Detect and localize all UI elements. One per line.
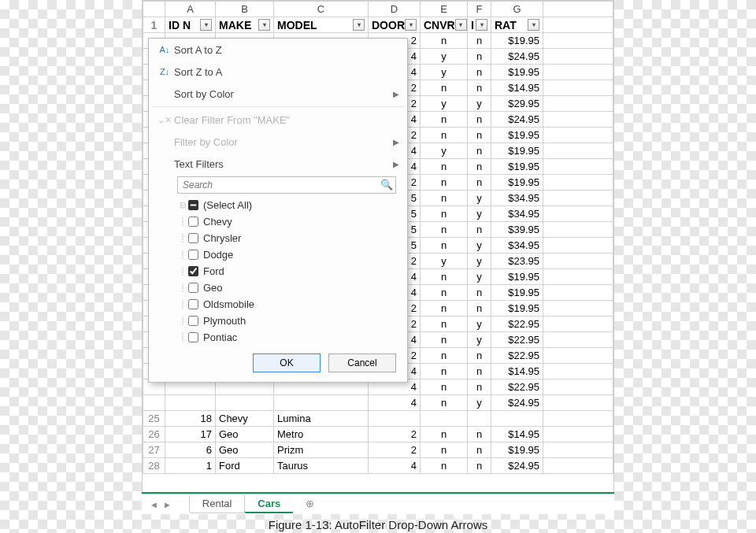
cell[interactable]: n — [421, 364, 468, 379]
filter-item[interactable]: ┊Chrysler — [177, 230, 396, 246]
cell[interactable]: $34.95 — [491, 238, 543, 254]
cell[interactable]: 1 — [165, 458, 216, 474]
cell[interactable]: Ford — [216, 458, 274, 474]
filter-header-rat[interactable]: RAT▾ — [491, 17, 543, 33]
row-header[interactable]: 28 — [143, 458, 165, 474]
filter-item[interactable]: ┊Plymouth — [177, 313, 396, 329]
cell[interactable]: $34.95 — [491, 206, 543, 222]
filter-button-b[interactable]: ▾ — [258, 19, 270, 31]
col-header-f[interactable]: F — [468, 2, 491, 17]
select-all-row[interactable]: ⊟ (Select All) — [177, 197, 396, 213]
filter-button-g[interactable]: ▾ — [528, 19, 539, 31]
tab-nav-prev[interactable]: ◄ — [150, 500, 158, 509]
cell[interactable]: n — [468, 143, 491, 159]
cell[interactable]: n — [421, 458, 468, 474]
tab-nav-next[interactable]: ► — [163, 500, 172, 509]
cell[interactable]: Lumina — [274, 411, 369, 427]
col-header-b[interactable]: B — [216, 2, 274, 17]
cell[interactable]: n — [468, 348, 491, 364]
filter-button-c[interactable]: ▾ — [353, 19, 365, 31]
cell[interactable]: $22.95 — [491, 379, 543, 395]
cell[interactable]: n — [468, 33, 491, 49]
cell[interactable]: Geo — [216, 442, 274, 458]
tab-rental[interactable]: Rental — [189, 495, 246, 513]
cell[interactable]: n — [421, 427, 468, 442]
cell[interactable]: n — [468, 49, 491, 65]
cell[interactable] — [468, 411, 491, 427]
filter-item-checkbox[interactable] — [188, 233, 198, 243]
cell[interactable]: n — [421, 442, 468, 458]
cell[interactable]: $39.95 — [491, 222, 543, 238]
cell[interactable]: $19.95 — [491, 285, 543, 301]
cell[interactable] — [491, 411, 543, 427]
filter-button-e[interactable]: ▾ — [455, 19, 467, 31]
filter-header-door[interactable]: DOOR▾ — [369, 17, 421, 33]
cell[interactable]: $14.95 — [491, 364, 543, 379]
filter-item-checkbox[interactable] — [188, 299, 198, 309]
cell[interactable]: n — [421, 191, 468, 206]
cell[interactable]: n — [421, 379, 468, 395]
cell[interactable]: n — [421, 332, 468, 348]
cell[interactable]: y — [468, 254, 491, 269]
cell[interactable]: y — [468, 191, 491, 206]
cell[interactable]: $14.95 — [491, 427, 543, 442]
cell[interactable]: Taurus — [274, 458, 369, 474]
filter-item-checkbox[interactable] — [188, 250, 198, 260]
cell[interactable]: $19.95 — [491, 442, 543, 458]
col-header-c[interactable]: C — [274, 2, 369, 17]
cell[interactable]: 17 — [165, 427, 216, 442]
cell[interactable]: n — [421, 33, 468, 49]
ok-button[interactable]: OK — [253, 353, 321, 372]
tab-add[interactable]: ⊕ — [293, 495, 318, 513]
cell[interactable]: $24.95 — [491, 395, 543, 411]
cell[interactable]: y — [468, 316, 491, 332]
cell[interactable] — [369, 411, 421, 427]
col-header-g[interactable]: G — [491, 2, 543, 17]
cell[interactable]: y — [468, 332, 491, 348]
cell[interactable]: $34.95 — [491, 191, 543, 206]
cell[interactable]: $19.95 — [491, 269, 543, 285]
cell[interactable]: n — [468, 442, 491, 458]
filter-button-d[interactable]: ▾ — [405, 19, 417, 31]
cell[interactable] — [421, 411, 468, 427]
cell[interactable]: y — [468, 96, 491, 112]
cell[interactable]: n — [421, 175, 468, 191]
sort-za[interactable]: Z↓ Sort Z to A — [149, 61, 407, 83]
cell[interactable]: y — [468, 238, 491, 254]
cell[interactable]: $29.95 — [491, 96, 543, 112]
cell[interactable]: $22.95 — [491, 316, 543, 332]
cell[interactable]: n — [468, 427, 491, 442]
filter-item[interactable]: ┊Chevy — [177, 213, 396, 230]
cell[interactable]: n — [421, 348, 468, 364]
filter-item[interactable]: ┊Pontiac — [177, 329, 396, 346]
cell[interactable]: y — [421, 96, 468, 112]
filter-search-input[interactable] — [177, 176, 396, 194]
filter-item-checkbox[interactable] — [188, 217, 198, 227]
cell[interactable]: n — [421, 316, 468, 332]
cell[interactable]: y — [468, 206, 491, 222]
cell[interactable]: n — [468, 80, 491, 96]
filter-header-i[interactable]: I▾ — [468, 17, 491, 33]
cell[interactable]: $19.95 — [491, 175, 543, 191]
cell[interactable]: $24.95 — [491, 49, 543, 65]
row-header[interactable]: 26 — [143, 427, 165, 442]
col-header-d[interactable]: D — [369, 2, 421, 17]
cell[interactable]: $24.95 — [491, 458, 543, 474]
cell[interactable]: $19.95 — [491, 159, 543, 175]
cell[interactable]: n — [468, 379, 491, 395]
filter-item-checkbox[interactable] — [188, 316, 198, 326]
cancel-button[interactable]: Cancel — [328, 353, 396, 372]
cell[interactable]: n — [421, 222, 468, 238]
cell[interactable] — [274, 395, 369, 411]
filter-header-make[interactable]: MAKE▾ — [216, 17, 274, 33]
cell[interactable]: n — [468, 175, 491, 191]
cell[interactable]: 2 — [369, 442, 421, 458]
cell[interactable] — [216, 395, 274, 411]
filter-button-a[interactable]: ▾ — [200, 19, 212, 31]
cell[interactable]: y — [421, 65, 468, 80]
col-header-a[interactable]: A — [165, 2, 216, 17]
cell[interactable]: 4 — [369, 458, 421, 474]
cell[interactable]: n — [421, 206, 468, 222]
filter-item-checkbox[interactable] — [188, 266, 198, 276]
cell[interactable]: $19.95 — [491, 143, 543, 159]
